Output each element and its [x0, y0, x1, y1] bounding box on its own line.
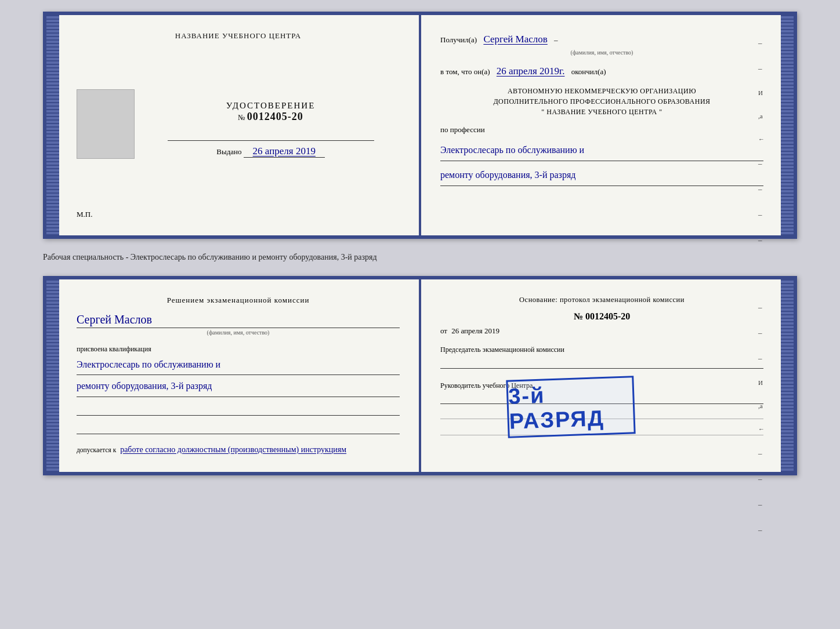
protocol-number: № 0012405-20: [440, 311, 763, 322]
qualification-stamp: 3-й РАЗРЯД: [506, 376, 635, 438]
decision-title: Решением экзаменационной комиссии: [77, 296, 400, 305]
qualification-hw-2: ремонту оборудования, 3-й разряд: [77, 377, 400, 397]
cert-issued: Выдано 26 апреля 2019: [142, 146, 400, 158]
bottom-right-binding-strip: [781, 279, 794, 472]
cert-number: 0012405-20: [247, 111, 303, 122]
cert-label: УДОСТОВЕРЕНИЕ: [142, 101, 400, 111]
bottom-right-dashes: – – – И ,а ← – – – –: [758, 303, 765, 535]
received-name: Сергей Маслов: [483, 34, 547, 45]
top-certificate-book: НАЗВАНИЕ УЧЕБНОГО ЦЕНТРА УДОСТОВЕРЕНИЕ №…: [43, 12, 797, 239]
assigned-label: присвоена квалификация: [77, 345, 400, 354]
person-name-hw: Сергей Маслов: [77, 313, 400, 328]
right-binding-strip: [781, 15, 794, 235]
left-binding-strip: [46, 15, 59, 235]
cert-number-prefix: № 0012405-20: [238, 113, 303, 122]
protocol-date: от 26 апреля 2019: [440, 326, 763, 336]
admission-hw: работе согласно должностным (производств…: [120, 445, 346, 454]
top-cert-left-page: НАЗВАНИЕ УЧЕБНОГО ЦЕНТРА УДОСТОВЕРЕНИЕ №…: [59, 15, 417, 235]
basis-title: Основание: протокол экзаменационной коми…: [440, 296, 763, 304]
right-dashes: – – И ,а ← – – – –: [758, 38, 765, 245]
sig-line-2: [77, 424, 400, 434]
president-label: Председатель экзаменационной комиссии: [440, 345, 763, 355]
president-sig-line: [440, 358, 763, 369]
received-name-sub: (фамилия, имя, отчество): [440, 48, 763, 57]
org-block: АВТОНОМНУЮ НЕКОММЕРЧЕСКУЮ ОРГАНИЗАЦИЮ ДО…: [440, 86, 763, 117]
bottom-left-binding-strip: [46, 279, 59, 472]
profession-hw: Электрослесарь по обслуживанию и: [440, 142, 763, 161]
signature-lines: [77, 405, 400, 434]
qualification-hw-1: Электрослесарь по обслуживанию и: [77, 356, 400, 375]
bottom-certificate-book: Решением экзаменационной комиссии Сергей…: [43, 276, 797, 475]
top-org-title: НАЗВАНИЕ УЧЕБНОГО ЦЕНТРА: [175, 31, 301, 41]
profession-hw-line2: ремонту оборудования, 3-й разряд: [440, 167, 763, 186]
page-wrapper: НАЗВАНИЕ УЧЕБНОГО ЦЕНТРА УДОСТОВЕРЕНИЕ №…: [12, 12, 828, 475]
bottom-cert-left-page: Решением экзаменационной комиссии Сергей…: [59, 279, 417, 472]
between-text: Рабочая специальность - Электрослесарь п…: [43, 249, 797, 266]
sig-line-1: [77, 405, 400, 416]
date-hw: 26 апреля 2019г.: [497, 66, 565, 77]
bottom-cert-right-page: Основание: протокол экзаменационной коми…: [417, 279, 781, 472]
mp-label: М.П.: [77, 210, 92, 219]
top-cert-right-page: Получил(а) Сергей Маслов – (фамилия, имя…: [417, 15, 781, 235]
stamp-text: 3-й РАЗРЯД: [508, 380, 634, 434]
admission-text: допускается к работе согласно должностны…: [77, 443, 400, 456]
name-sub: (фамилия, имя, отчество): [77, 329, 400, 336]
cert-title-block: УДОСТОВЕРЕНИЕ № 0012405-20: [142, 101, 400, 123]
received-line: Получил(а) Сергей Маслов – (фамилия, имя…: [440, 31, 763, 57]
issued-date: 26 апреля 2019: [244, 146, 325, 158]
profession-section: по профессии Электрослесарь по обслужива…: [440, 124, 763, 186]
in-that-line: в том, что он(а) 26 апреля 2019г. окончи…: [440, 63, 763, 79]
photo-placeholder: [77, 89, 135, 159]
name-block: Сергей Маслов (фамилия, имя, отчество): [77, 313, 400, 336]
